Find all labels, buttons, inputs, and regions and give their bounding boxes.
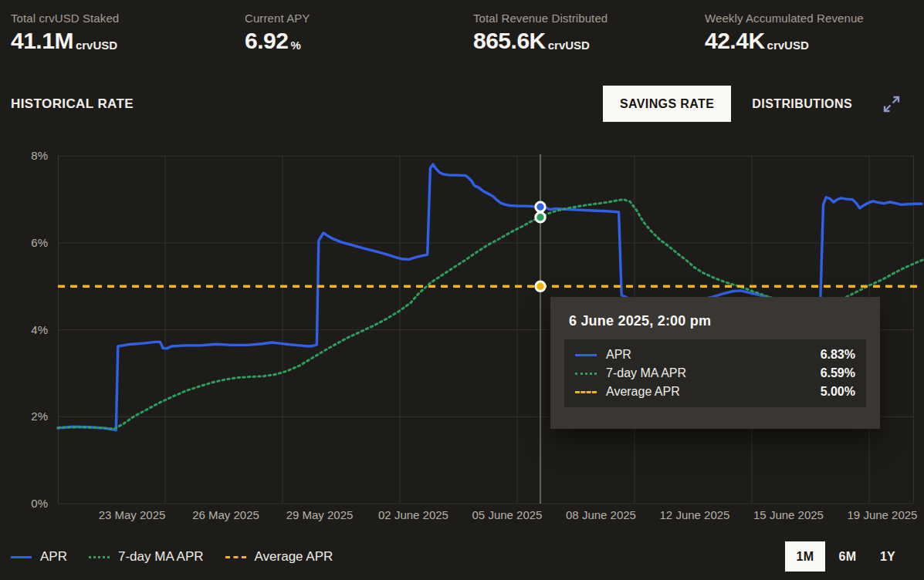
page-title: HISTORICAL RATE [11,96,134,112]
stat-current-apy: Current APY 6.92 % [245,12,310,52]
tooltip-row-label: Average APR [606,385,680,399]
stat-value: 865.6K crvUSD [473,29,608,52]
tooltip-date: 6 June 2025, 2:00 pm [550,297,880,339]
stat-weekly-revenue: Weekly Accumulated Revenue 42.4K crvUSD [705,12,864,52]
tooltip-row-value: 6.59% [821,366,855,380]
range-button-6m[interactable]: 6M [830,541,865,572]
stat-value: 6.92 % [245,29,310,52]
chart-legend: APR 7-day MA APR Average APR [11,547,333,567]
chart-tooltip: 6 June 2025, 2:00 pm APR 6.83% 7-day MA … [550,297,880,429]
tooltip-row-label: 7-day MA APR [606,366,686,380]
svg-text:26 May 2025: 26 May 2025 [192,508,259,521]
stat-label: Total Revenue Distributed [473,12,608,25]
tooltip-row-value: 5.00% [821,385,855,399]
svg-text:6%: 6% [31,236,48,249]
legend-item-ma-apr[interactable]: 7-day MA APR [89,549,204,565]
svg-text:4%: 4% [31,323,48,336]
apr-line-swatch-icon [575,354,597,356]
apr-line-swatch-icon [11,556,32,558]
tab-savings-rate[interactable]: SAVINGS RATE [603,86,731,122]
stat-label: Total crvUSD Staked [11,12,119,25]
svg-text:02 June 2025: 02 June 2025 [378,508,448,521]
svg-text:05 June 2025: 05 June 2025 [472,508,543,521]
stat-unit: crvUSD [767,39,809,52]
stat-value: 42.4K crvUSD [705,29,864,52]
expand-chart-button[interactable] [882,94,902,114]
svg-text:15 June 2025: 15 June 2025 [753,508,824,521]
svg-text:29 May 2025: 29 May 2025 [286,508,354,521]
time-range-selector: 1M 6M 1Y [780,541,905,572]
avg-line-swatch-icon [575,391,597,393]
range-button-1m[interactable]: 1M [785,541,825,572]
range-button-1y[interactable]: 1Y [870,541,905,572]
stat-number: 42.4K [705,29,765,52]
legend-label: Average APR [255,549,333,565]
svg-text:2%: 2% [31,410,48,423]
legend-label: 7-day MA APR [118,549,204,565]
ma-line-swatch-icon [575,373,597,375]
legend-item-avg-apr[interactable]: Average APR [225,549,333,565]
legend-item-apr[interactable]: APR [11,549,67,565]
stat-number: 865.6K [473,29,546,52]
stat-total-revenue: Total Revenue Distributed 865.6K crvUSD [473,12,608,52]
tab-distributions[interactable]: DISTRIBUTIONS [735,86,869,122]
avg-line-swatch-icon [225,556,246,558]
ma-line-swatch-icon [89,556,110,558]
expand-arrows-icon [882,94,902,114]
savings-crvusd-dashboard: Total crvUSD Staked 41.1M crvUSD Current… [0,0,924,580]
svg-text:08 June 2025: 08 June 2025 [566,508,636,521]
stat-total-staked: Total crvUSD Staked 41.1M crvUSD [11,12,119,52]
tooltip-row-apr: APR 6.83% [575,346,855,364]
svg-text:23 May 2025: 23 May 2025 [99,508,166,521]
stat-unit: % [290,39,300,52]
stat-value: 41.1M crvUSD [11,29,119,52]
svg-text:19 June 2025: 19 June 2025 [848,508,918,521]
stat-number: 6.92 [245,29,288,52]
tooltip-row-avg-apr: Average APR 5.00% [575,383,855,401]
svg-text:12 June 2025: 12 June 2025 [660,508,730,521]
stat-number: 41.1M [11,29,73,52]
svg-text:8%: 8% [31,149,48,162]
tooltip-row-ma-apr: 7-day MA APR 6.59% [575,364,855,383]
legend-label: APR [40,549,67,565]
stat-label: Weekly Accumulated Revenue [705,12,864,25]
tooltip-values: APR 6.83% 7-day MA APR 6.59% Average APR… [564,339,866,407]
svg-text:0%: 0% [31,497,48,510]
tooltip-row-label: APR [606,348,631,362]
chart-tabs: SAVINGS RATE DISTRIBUTIONS [603,86,902,122]
stat-unit: crvUSD [548,39,590,52]
stat-unit: crvUSD [76,39,117,52]
stat-label: Current APY [245,12,310,25]
tooltip-row-value: 6.83% [821,348,855,362]
